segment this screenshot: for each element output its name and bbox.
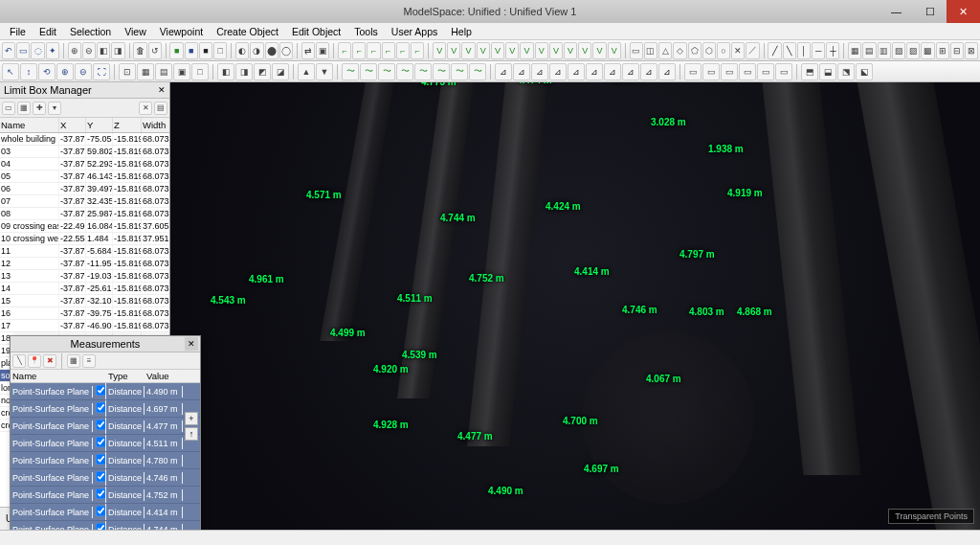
- a8[interactable]: ⊿: [622, 63, 639, 80]
- panel-close-icon[interactable]: ✕: [158, 85, 166, 95]
- lbm-row[interactable]: 05-37.87546.143-15.81968.073: [0, 170, 169, 183]
- m6[interactable]: ⬡: [702, 42, 716, 59]
- measurement-label-3d[interactable]: 4.928 m: [373, 420, 409, 430]
- x1[interactable]: ⬒: [801, 63, 818, 80]
- lbm-row[interactable]: 11-37.875-5.684-15.81968.073: [0, 245, 169, 258]
- meas-tool-pin[interactable]: 📍: [28, 354, 41, 368]
- fit-icon[interactable]: ⛶: [93, 63, 110, 80]
- maximize-button[interactable]: ☐: [913, 0, 947, 23]
- v12[interactable]: V: [592, 42, 606, 59]
- lbm-col[interactable]: X: [59, 118, 86, 132]
- t1[interactable]: ⌐: [338, 42, 351, 59]
- t4[interactable]: ⌐: [382, 42, 395, 59]
- lbm-row[interactable]: 08-37.87525.987-15.81968.073: [0, 208, 169, 220]
- lbm-col[interactable]: Width: [142, 118, 169, 132]
- p3[interactable]: ▥: [878, 42, 891, 59]
- view1[interactable]: ⊡: [119, 63, 136, 80]
- p4[interactable]: ▧: [892, 42, 905, 59]
- t6[interactable]: ⌐: [411, 42, 424, 59]
- v7[interactable]: V: [520, 42, 533, 59]
- v2[interactable]: V: [447, 42, 460, 59]
- a2[interactable]: ⊿: [513, 63, 530, 80]
- meas-col[interactable]: [93, 375, 106, 377]
- m7[interactable]: ○: [717, 42, 730, 59]
- lbm-tool-3[interactable]: ✚: [33, 102, 46, 115]
- meas-row[interactable]: Point-Surface Plane 1Distance4.490 m: [11, 383, 200, 400]
- measurement-label-3d[interactable]: 4.543 m: [211, 295, 246, 306]
- lbm-col[interactable]: Z: [113, 118, 142, 132]
- lbm-row[interactable]: 15-37.875-32.103-15.81968.073: [0, 295, 169, 307]
- lbm-row[interactable]: 06-37.87539.497-15.81968.073: [0, 183, 169, 195]
- add-icon[interactable]: ⊕: [68, 42, 81, 59]
- b4[interactable]: ▭: [739, 63, 756, 80]
- pick-icon[interactable]: ✦: [46, 42, 59, 59]
- measurement-label-3d[interactable]: 4.920 m: [373, 364, 409, 375]
- select-circ-icon[interactable]: ◌: [31, 42, 44, 59]
- c3[interactable]: 〜: [378, 63, 395, 80]
- meas-checkbox[interactable]: [96, 488, 105, 498]
- view2[interactable]: ▦: [137, 63, 154, 80]
- measurements-header[interactable]: Measurements ✕: [11, 336, 200, 352]
- lbm-row[interactable]: 07-37.87532.435-15.81968.073: [0, 195, 169, 208]
- lbm-row[interactable]: 04-37.87552.293-15.81968.073: [0, 158, 169, 170]
- nav2[interactable]: ↕: [20, 63, 37, 80]
- meas-row[interactable]: Point-Surface Plane 7Distance4.752 m: [11, 487, 200, 504]
- p7[interactable]: ⊞: [936, 42, 949, 59]
- measurement-label-3d[interactable]: 4.697 m: [584, 464, 619, 474]
- meas-tool-db[interactable]: ≡: [82, 354, 96, 368]
- lbm-tool-2[interactable]: ▦: [17, 102, 31, 115]
- lbm-tool-opt[interactable]: ▤: [154, 102, 167, 115]
- menu-file[interactable]: File: [4, 25, 32, 38]
- x2[interactable]: ⬓: [819, 63, 836, 80]
- shade3-icon[interactable]: ⬤: [265, 42, 278, 59]
- zoom-out-icon[interactable]: ⊖: [75, 63, 92, 80]
- meas-row[interactable]: Point-Surface Plane 6Distance4.746 m: [11, 469, 200, 487]
- a9[interactable]: ⊿: [640, 63, 657, 80]
- e5[interactable]: ┼: [826, 42, 839, 59]
- b5[interactable]: ▭: [757, 63, 774, 80]
- meas-checkbox[interactable]: [96, 402, 105, 412]
- s4[interactable]: ◪: [272, 63, 289, 80]
- s3[interactable]: ◩: [254, 63, 271, 80]
- lbm-row[interactable]: 16-37.875-39.755-15.81968.073: [0, 307, 169, 320]
- shade2-icon[interactable]: ◑: [250, 42, 263, 59]
- c1[interactable]: 〜: [342, 63, 359, 80]
- x4[interactable]: ⬕: [856, 63, 873, 80]
- measurement-label-3d[interactable]: 4.961 m: [249, 274, 284, 284]
- measurement-label-3d[interactable]: 1.938 m: [708, 144, 744, 154]
- menu-user-apps[interactable]: User Apps: [386, 25, 443, 38]
- v3[interactable]: V: [461, 42, 475, 59]
- a7[interactable]: ⊿: [604, 63, 621, 80]
- view5[interactable]: □: [191, 63, 209, 80]
- menu-edit-object[interactable]: Edit Object: [286, 25, 346, 38]
- lbm-col[interactable]: Name: [0, 118, 59, 132]
- c8[interactable]: 〜: [469, 63, 486, 80]
- meas-col[interactable]: Type: [106, 370, 145, 382]
- measurement-label-3d[interactable]: 4.511 m: [397, 293, 433, 304]
- lbm-row[interactable]: 13-37.875-19.035-15.81968.073: [0, 270, 169, 283]
- b6[interactable]: ▭: [775, 63, 792, 80]
- measurement-label-3d[interactable]: 4.474 m: [517, 82, 552, 85]
- meas-tool-copy[interactable]: ▦: [67, 354, 80, 368]
- sel-in-icon[interactable]: ◧: [97, 42, 110, 59]
- c7[interactable]: 〜: [451, 63, 468, 80]
- c5[interactable]: 〜: [414, 63, 432, 80]
- measurement-label-3d[interactable]: 4.477 m: [457, 431, 493, 442]
- measurement-label-3d[interactable]: 4.773 m: [421, 82, 457, 87]
- zoom-in-icon[interactable]: ⊕: [56, 63, 74, 80]
- meas-checkbox[interactable]: [96, 471, 105, 481]
- v8[interactable]: V: [535, 42, 548, 59]
- meas-checkbox[interactable]: [96, 454, 105, 464]
- m8[interactable]: ✕: [731, 42, 745, 59]
- e4[interactable]: ─: [812, 42, 825, 59]
- t5[interactable]: ⌐: [396, 42, 410, 59]
- lbm-col[interactable]: Y: [86, 118, 113, 132]
- menu-edit[interactable]: Edit: [33, 25, 62, 38]
- s2[interactable]: ◨: [235, 63, 253, 80]
- b2[interactable]: ▭: [702, 63, 720, 80]
- sel-out-icon[interactable]: ◨: [111, 42, 124, 59]
- menu-tools[interactable]: Tools: [348, 25, 384, 38]
- a6[interactable]: ⊿: [586, 63, 603, 80]
- meas-up[interactable]: ↑: [185, 427, 198, 441]
- shade1-icon[interactable]: ◐: [235, 42, 249, 59]
